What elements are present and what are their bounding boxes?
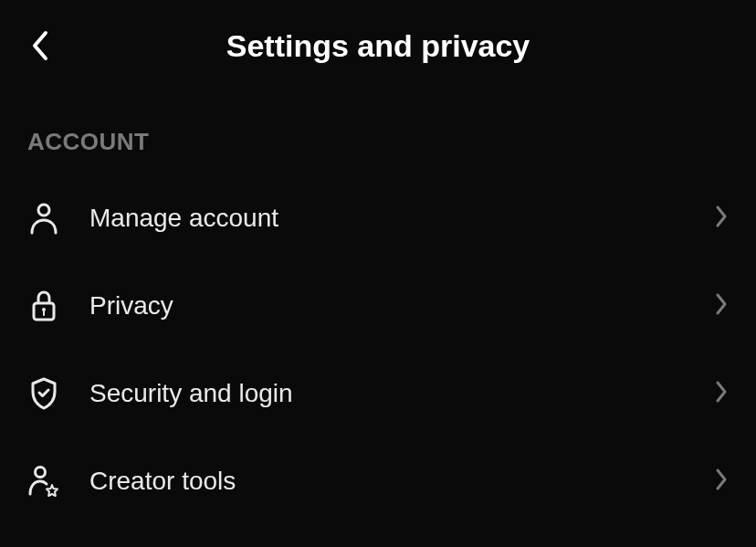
list-item-creator-tools[interactable]: Creator tools	[0, 437, 756, 525]
person-icon	[27, 202, 60, 235]
chevron-right-icon	[714, 379, 729, 408]
chevron-right-icon	[714, 291, 729, 321]
section-header-account: ACCOUNT	[0, 91, 756, 174]
person-star-icon	[27, 465, 60, 498]
list-item-label: Manage account	[89, 204, 685, 233]
chevron-left-icon	[27, 27, 53, 64]
page-title: Settings and privacy	[0, 28, 756, 64]
list-item-label: Creator tools	[89, 467, 685, 496]
back-button[interactable]	[27, 27, 53, 64]
svg-point-4	[36, 468, 46, 478]
list-item-label: Security and login	[89, 379, 685, 408]
svg-point-0	[38, 205, 49, 216]
list-item-security-login[interactable]: Security and login	[0, 350, 756, 437]
list-item-label: Privacy	[89, 291, 685, 321]
lock-icon	[27, 289, 60, 322]
list-item-manage-account[interactable]: Manage account	[0, 174, 756, 262]
list-item-privacy[interactable]: Privacy	[0, 262, 756, 350]
header: Settings and privacy	[0, 0, 756, 91]
shield-check-icon	[27, 377, 60, 410]
chevron-right-icon	[714, 204, 729, 233]
chevron-right-icon	[714, 467, 729, 496]
